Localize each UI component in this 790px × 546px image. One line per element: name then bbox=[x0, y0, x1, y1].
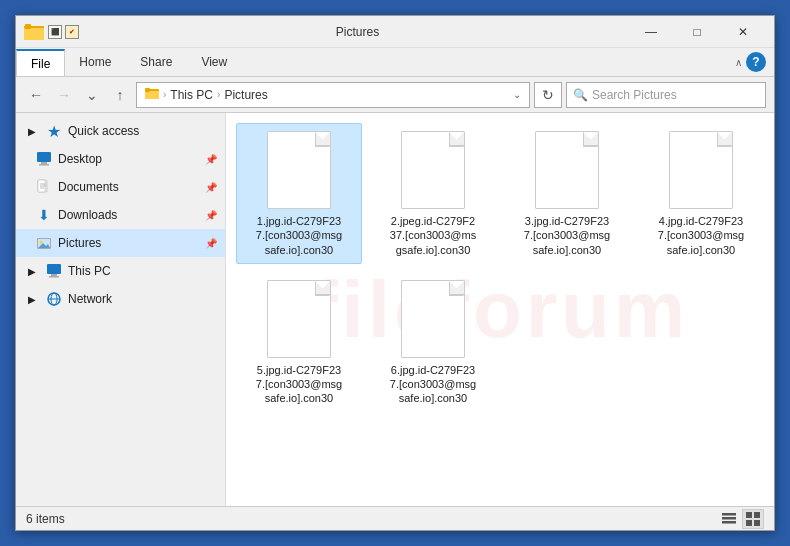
item-count: 6 items bbox=[26, 512, 65, 526]
list-item[interactable]: 5.jpg.id-C279F237.[con3003@msgsafe.io].c… bbox=[236, 272, 362, 413]
file-corner bbox=[718, 132, 732, 146]
address-bar: ← → ⌄ ↑ › This PC › Pictures ⌄ ↻ 🔍 Searc… bbox=[16, 77, 774, 113]
svg-rect-8 bbox=[41, 162, 47, 164]
svg-rect-20 bbox=[51, 274, 57, 276]
downloads-icon: ⬇ bbox=[36, 207, 52, 223]
list-item[interactable]: 1.jpg.id-C279F237.[con3003@msgsafe.io].c… bbox=[236, 123, 362, 264]
minimize-button[interactable]: — bbox=[628, 16, 674, 48]
window-title: Pictures bbox=[87, 25, 628, 39]
sidebar-item-pictures[interactable]: Pictures 📌 bbox=[16, 229, 225, 257]
path-sep-2: › bbox=[217, 89, 220, 100]
svg-rect-19 bbox=[47, 264, 61, 274]
search-box[interactable]: 🔍 Search Pictures bbox=[566, 82, 766, 108]
sidebar-item-thispc[interactable]: ▶ This PC bbox=[16, 257, 225, 285]
back-button[interactable]: ← bbox=[24, 83, 48, 107]
tab-view[interactable]: View bbox=[187, 48, 242, 76]
svg-rect-6 bbox=[145, 88, 150, 92]
file-icon-wrapper bbox=[259, 130, 339, 210]
file-name: 5.jpg.id-C279F237.[con3003@msgsafe.io].c… bbox=[256, 363, 342, 406]
up-button[interactable]: ↑ bbox=[108, 83, 132, 107]
file-icon-wrapper bbox=[393, 279, 473, 359]
sidebar-item-downloads[interactable]: ⬇ Downloads 📌 bbox=[16, 201, 225, 229]
sidebar-item-quickaccess[interactable]: ▶ ★ Quick access bbox=[16, 117, 225, 145]
search-icon: 🔍 bbox=[573, 88, 588, 102]
svg-rect-28 bbox=[746, 512, 752, 518]
downloads-pin-icon: 📌 bbox=[205, 210, 217, 221]
svg-rect-26 bbox=[722, 517, 736, 520]
sidebar-label-downloads: Downloads bbox=[58, 208, 117, 222]
help-button[interactable]: ? bbox=[746, 52, 766, 72]
window-icon bbox=[24, 22, 44, 42]
maximize-button[interactable]: □ bbox=[674, 16, 720, 48]
ribbon-right: ∧ ? bbox=[735, 48, 774, 76]
svg-rect-2 bbox=[24, 28, 44, 40]
ribbon-collapse-icon[interactable]: ∧ bbox=[735, 57, 742, 68]
recent-locations-button[interactable]: ⌄ bbox=[80, 83, 104, 107]
list-item[interactable]: 3.jpg.id-C279F237.[con3003@msgsafe.io].c… bbox=[504, 123, 630, 264]
forward-button[interactable]: → bbox=[52, 83, 76, 107]
file-icon-wrapper bbox=[259, 279, 339, 359]
file-name: 4.jpg.id-C279F237.[con3003@msgsafe.io].c… bbox=[658, 214, 744, 257]
tab-home[interactable]: Home bbox=[65, 48, 126, 76]
file-page-icon bbox=[401, 280, 465, 358]
file-name: 1.jpg.id-C279F237.[con3003@msgsafe.io].c… bbox=[256, 214, 342, 257]
refresh-button[interactable]: ↻ bbox=[534, 82, 562, 108]
path-thispc[interactable]: This PC bbox=[170, 88, 213, 102]
address-path[interactable]: › This PC › Pictures ⌄ bbox=[136, 82, 530, 108]
sidebar-item-network[interactable]: ▶ Network bbox=[16, 285, 225, 313]
list-item[interactable]: 4.jpg.id-C279F237.[con3003@msgsafe.io].c… bbox=[638, 123, 764, 264]
svg-rect-29 bbox=[754, 512, 760, 518]
main-content: ▶ ★ Quick access Desktop 📌 bbox=[16, 113, 774, 506]
tab-share[interactable]: Share bbox=[126, 48, 187, 76]
desktop-pin-icon: 📌 bbox=[205, 154, 217, 165]
svg-rect-21 bbox=[49, 276, 59, 278]
sidebar: ▶ ★ Quick access Desktop 📌 bbox=[16, 113, 226, 506]
view-controls bbox=[718, 509, 764, 529]
grid-view-button[interactable] bbox=[742, 509, 764, 529]
network-icon bbox=[46, 291, 62, 307]
status-bar: 6 items bbox=[16, 506, 774, 530]
list-view-button[interactable] bbox=[718, 509, 740, 529]
file-name: 6.jpg.id-C279F237.[con3003@msgsafe.io].c… bbox=[390, 363, 476, 406]
ribbon-tab-bar: File Home Share View ∧ ? bbox=[16, 48, 774, 76]
sidebar-item-desktop[interactable]: Desktop 📌 bbox=[16, 145, 225, 173]
file-area: fileforum 1.jpg.id-C279F237.[con3003@msg… bbox=[226, 113, 774, 506]
svg-rect-27 bbox=[722, 521, 736, 524]
path-dropdown-icon[interactable]: ⌄ bbox=[513, 89, 521, 100]
svg-rect-9 bbox=[39, 164, 49, 166]
file-corner bbox=[450, 281, 464, 295]
list-item[interactable]: 6.jpg.id-C279F237.[con3003@msgsafe.io].c… bbox=[370, 272, 496, 413]
sidebar-label-pictures: Pictures bbox=[58, 236, 101, 250]
quickaccess-star-icon: ★ bbox=[46, 123, 62, 139]
list-item[interactable]: 2.jpeg.id-C279F237.[con3003@msgsafe.io].… bbox=[370, 123, 496, 264]
svg-rect-3 bbox=[25, 24, 31, 29]
sidebar-label-thispc: This PC bbox=[68, 264, 111, 278]
network-chevron-icon: ▶ bbox=[24, 291, 40, 307]
ribbon: File Home Share View ∧ ? bbox=[16, 48, 774, 77]
sidebar-label-desktop: Desktop bbox=[58, 152, 102, 166]
thispc-icon bbox=[46, 263, 62, 279]
title-controls: — □ ✕ bbox=[628, 16, 766, 48]
explorer-window: ⬛ ✔ Pictures — □ ✕ File Home Share View … bbox=[15, 15, 775, 531]
close-button[interactable]: ✕ bbox=[720, 16, 766, 48]
svg-point-18 bbox=[40, 241, 43, 244]
file-corner bbox=[584, 132, 598, 146]
path-pictures[interactable]: Pictures bbox=[224, 88, 267, 102]
quickaccess-chevron-icon: ▶ bbox=[24, 123, 40, 139]
pictures-pin-icon: 📌 bbox=[205, 238, 217, 249]
file-icon-wrapper bbox=[661, 130, 741, 210]
file-name: 2.jpeg.id-C279F237.[con3003@msgsafe.io].… bbox=[390, 214, 476, 257]
tab-file[interactable]: File bbox=[16, 49, 65, 76]
sidebar-item-documents[interactable]: Documents 📌 bbox=[16, 173, 225, 201]
svg-rect-30 bbox=[746, 520, 752, 526]
sidebar-label-quickaccess: Quick access bbox=[68, 124, 139, 138]
search-placeholder[interactable]: Search Pictures bbox=[592, 88, 759, 102]
file-page-icon bbox=[669, 131, 733, 209]
file-page-icon bbox=[401, 131, 465, 209]
svg-rect-31 bbox=[754, 520, 760, 526]
documents-pin-icon: 📌 bbox=[205, 182, 217, 193]
file-page-icon bbox=[267, 131, 331, 209]
file-corner bbox=[316, 281, 330, 295]
desktop-icon bbox=[36, 151, 52, 167]
file-name: 3.jpg.id-C279F237.[con3003@msgsafe.io].c… bbox=[524, 214, 610, 257]
